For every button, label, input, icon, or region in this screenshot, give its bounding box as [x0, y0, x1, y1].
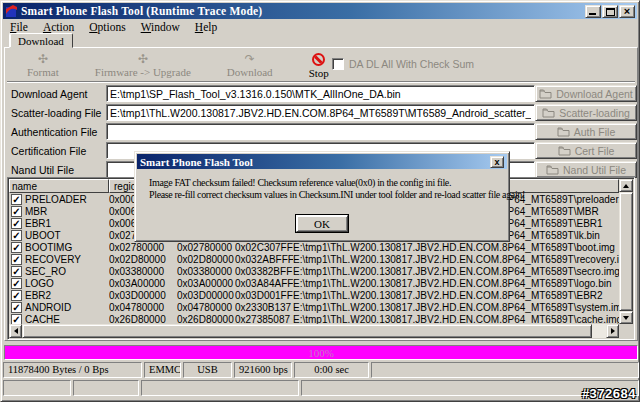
field-label: Authentication File [11, 126, 97, 138]
scroll-up-button[interactable] [619, 179, 633, 192]
dialog-close-icon: x [494, 157, 499, 167]
menu-action[interactable]: Action [43, 21, 74, 33]
table-row[interactable]: ✓RECOVERY0x02D800000x02D800000x032ABFFFE… [9, 253, 619, 265]
row-location-cell: E:\tmp1\ThL.W200.130817.JBV2.HD.EN.COM.8… [293, 266, 619, 277]
row-name-cell: ✓BOOTIMG [9, 242, 109, 253]
row-region-cell: 0x04780000 [109, 302, 177, 313]
row-begin-cell: 0x02D80000 [177, 254, 235, 265]
row-begin-cell: 0x03380000 [177, 266, 235, 277]
row-end-cell: 0x02C307FF [235, 242, 293, 253]
status-extra [371, 362, 639, 378]
field-label: Nand Util File [11, 164, 74, 176]
field-input[interactable] [106, 104, 535, 121]
field-label: Scatter-loading File [11, 107, 101, 119]
tab-download[interactable]: Download [9, 33, 73, 48]
watermark: #372684 [582, 386, 636, 401]
menu-file[interactable]: File [10, 21, 28, 33]
da-dl-checkbox[interactable]: DA DL All With Check Sum [332, 58, 474, 70]
maximize-icon [606, 8, 615, 16]
row-region-cell: 0x02780000 [109, 242, 177, 253]
maximize-button[interactable] [602, 5, 618, 18]
scroll-left-button[interactable] [9, 324, 22, 338]
row-checkbox[interactable]: ✓ [11, 290, 22, 301]
checksum-error-dialog: Smart Phone Flash Tool x Image FAT check… [134, 151, 510, 242]
folder-icon [539, 89, 552, 99]
row-checkbox[interactable]: ✓ [11, 266, 22, 277]
row-end-cell: 0x2330B137 [235, 302, 293, 313]
minimize-button[interactable] [585, 5, 601, 18]
download-button[interactable]: ↷ Download [227, 50, 273, 78]
horizontal-scrollbar[interactable] [9, 324, 619, 338]
row-name-cell: ✓EBR1 [9, 218, 109, 229]
dialog-close-button[interactable]: x [490, 156, 504, 168]
close-button[interactable]: × [619, 5, 635, 18]
field-label: Download Agent [11, 88, 87, 100]
table-row[interactable]: ✓LOGO0x03A000000x03A000000x03A84AFFE:\tm… [9, 277, 619, 289]
firmware-upgrade-icon: ✣ [138, 53, 148, 65]
scroll-right-button[interactable] [606, 324, 619, 338]
scrollbar-corner [619, 324, 633, 338]
row-checkbox[interactable]: ✓ [11, 218, 22, 229]
field-browse-button[interactable]: Auth File [535, 123, 637, 140]
minimize-icon [589, 13, 596, 15]
field-row: Download AgentDownload Agent [5, 85, 640, 102]
folder-icon [558, 146, 571, 156]
table-row[interactable]: ✓EBR20x03D000000x03D000000x03D001FFE:\tm… [9, 289, 619, 301]
toolbar: ✣ Format ✣ Firmware -> Upgrade ↷ Downloa… [5, 50, 637, 82]
row-checkbox[interactable]: ✓ [11, 302, 22, 313]
status2-cell [73, 380, 139, 396]
folder-icon [557, 127, 570, 137]
field-browse-button[interactable]: Cert File [535, 142, 637, 159]
field-input[interactable] [106, 123, 535, 140]
horizontal-scroll-thumb[interactable] [22, 324, 592, 338]
row-checkbox[interactable]: ✓ [11, 278, 22, 289]
ok-button[interactable]: OK [295, 214, 349, 233]
column-header[interactable]: name [9, 179, 109, 193]
firmware-upgrade-button[interactable]: ✣ Firmware -> Upgrade [95, 50, 191, 78]
row-checkbox[interactable]: ✓ [11, 206, 22, 217]
scroll-down-button[interactable] [619, 311, 633, 324]
vertical-scroll-thumb[interactable] [619, 192, 633, 311]
close-icon: × [624, 5, 630, 17]
field-browse-button[interactable]: Nand Util File [535, 161, 637, 178]
row-name-cell: ✓SEC_RO [9, 266, 109, 277]
row-begin-cell: 0x03A00000 [177, 278, 235, 289]
menu-window[interactable]: Window [141, 21, 180, 33]
table-row[interactable]: ✓SEC_RO0x033800000x033800000x03382BFFE:\… [9, 265, 619, 277]
menu-help[interactable]: Help [195, 21, 217, 33]
field-browse-button[interactable]: Scatter-loading [535, 104, 637, 121]
status-bar: 11878400 Bytes / 0 Bps EMMC USB 921600 b… [3, 362, 639, 378]
row-name-cell: ✓UBOOT [9, 230, 109, 241]
checkbox-icon [332, 58, 344, 70]
row-name-cell: ✓MBR [9, 206, 109, 217]
dialog-message-line2: Please re-fill correct checksum values i… [149, 189, 503, 201]
dialog-title: Smart Phone Flash Tool [140, 156, 490, 168]
progress-bar: 100% [4, 345, 638, 360]
field-input[interactable] [106, 85, 535, 102]
table-row[interactable]: ✓ANDROID0x047800000x047800000x2330B137E:… [9, 301, 619, 313]
row-name-cell: ✓CACHE [9, 314, 109, 325]
status2-cell [141, 380, 299, 396]
row-region-cell: 0x03A00000 [109, 278, 177, 289]
row-checkbox[interactable]: ✓ [11, 314, 22, 325]
field-browse-button[interactable]: Download Agent [535, 85, 637, 102]
row-checkbox[interactable]: ✓ [11, 194, 22, 205]
folder-icon [546, 165, 559, 175]
table-row[interactable]: ✓CACHE0x26D800000x26D800000x27385087E:\t… [9, 313, 619, 324]
row-end-cell: 0x03382BFF [235, 266, 293, 277]
row-location-cell: E:\tmp1\ThL.W200.130817.JBV2.HD.EN.COM.8… [293, 302, 619, 313]
scroll-right-icon [611, 328, 615, 334]
row-checkbox[interactable]: ✓ [11, 230, 22, 241]
format-button[interactable]: ✣ Format [27, 50, 59, 78]
stop-button[interactable]: Stop [309, 50, 329, 79]
status-time: 0:00 sec [294, 362, 369, 378]
row-checkbox[interactable]: ✓ [11, 242, 22, 253]
download-icon: ↷ [245, 53, 255, 65]
app-icon [5, 5, 18, 18]
table-row[interactable]: ✓BOOTIMG0x027800000x027800000x02C307FFE:… [9, 241, 619, 253]
menu-options[interactable]: Options [89, 21, 125, 33]
row-checkbox[interactable]: ✓ [11, 254, 22, 265]
vertical-scrollbar[interactable] [619, 179, 633, 324]
status-bar-2 [3, 380, 639, 396]
row-region-cell: 0x26D80000 [109, 314, 177, 325]
